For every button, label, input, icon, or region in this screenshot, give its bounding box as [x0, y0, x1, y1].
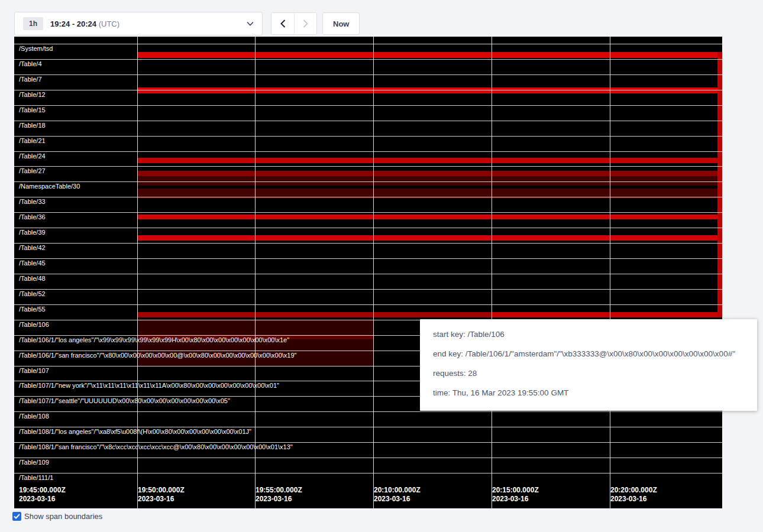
heat-band[interactable]: [492, 312, 722, 317]
span-boundary-line: [14, 458, 722, 458]
span-key-label: /Table/18: [19, 122, 46, 129]
chevron-down-icon: [247, 21, 254, 26]
span-boundary-line: [14, 274, 722, 274]
span-boundary-line: [14, 197, 722, 197]
time-gridline: [373, 37, 374, 508]
time-range-text: 19:24 - 20:24 (UTC): [50, 20, 119, 28]
span-key-label: /Table/45: [19, 259, 46, 267]
span-boundary-line: [14, 151, 722, 152]
span-boundary-line: [14, 166, 722, 167]
span-boundary-line: [14, 258, 722, 259]
time-tick-label: 20:10:00.000Z2023-03-16: [374, 486, 421, 504]
span-boundary-line: [14, 427, 722, 427]
time-tick-label: 19:50:00.000Z2023-03-16: [138, 486, 185, 504]
now-button[interactable]: Now: [322, 12, 360, 35]
span-tooltip: start key: /Table/106 end key: /Table/10…: [420, 319, 757, 411]
span-key-label: /Table/108/1/"san francisco"/"\x8c\xcc\x…: [19, 443, 293, 450]
heat-band[interactable]: [137, 215, 722, 219]
span-boundary-line: [14, 121, 722, 121]
span-boundary-line: [14, 90, 722, 90]
time-range-dropdown[interactable]: 1h 19:24 - 20:24 (UTC): [14, 12, 263, 35]
span-key-label: /Table/52: [19, 290, 46, 297]
prev-time-window-button[interactable]: [271, 13, 294, 34]
span-key-label: /Table/108/1/"los angeles"/"\xa8\xf5\u00…: [19, 428, 251, 435]
check-icon: [14, 514, 20, 519]
time-tick-label: 20:15:00.000Z2023-03-16: [492, 486, 539, 504]
span-key-label: /Table/48: [19, 275, 46, 282]
time-range-preset-badge: 1h: [23, 17, 43, 30]
time-gridline: [492, 37, 492, 508]
span-key-label: /Table/106/1/"los angeles"/"\x99\x99\x99…: [19, 336, 289, 343]
show-span-boundaries-label: Show span boundaries: [24, 512, 102, 521]
show-span-boundaries-checkbox[interactable]: [12, 512, 21, 521]
span-boundary-line: [14, 243, 722, 244]
span-key-label: /Table/33: [19, 198, 46, 205]
span-key-label: /Table/42: [19, 244, 46, 251]
span-boundary-line: [14, 473, 722, 473]
key-visualizer-canvas[interactable]: /System/tsd/Table/4/Table/7/Table/12/Tab…: [14, 37, 722, 508]
time-window-nav: [271, 12, 317, 35]
span-boundary-line: [14, 228, 722, 228]
span-key-label: /Table/107: [19, 367, 49, 374]
span-key-label: /System/tsd: [19, 45, 53, 52]
span-boundary-line: [14, 44, 722, 44]
tooltip-start-key: start key: /Table/106: [433, 329, 744, 340]
next-time-window-button[interactable]: [294, 13, 316, 34]
time-range-timezone: (UTC): [99, 20, 119, 28]
span-key-label: /Table/36: [19, 213, 46, 220]
span-boundary-line: [14, 105, 722, 106]
span-key-label: /Table/108: [19, 413, 49, 420]
span-key-label: /Table/4: [19, 60, 42, 67]
span-boundary-line: [14, 74, 722, 75]
span-key-label: /Table/27: [19, 167, 46, 174]
heat-band[interactable]: [137, 158, 722, 163]
span-key-label: /Table/107/1/"new york"/"\x11\x11\x11\x1…: [19, 382, 279, 389]
span-boundary-line: [14, 411, 722, 412]
key-visualizer-page: 1h 19:24 - 20:24 (UTC) Now /System/tsd/T…: [0, 0, 763, 532]
span-key-label: /Table/15: [19, 106, 46, 113]
span-boundary-line: [14, 181, 722, 182]
span-key-label: /Table/106: [19, 321, 49, 328]
span-key-label: /Table/12: [19, 91, 46, 98]
span-boundary-line: [14, 289, 722, 290]
chevron-left-icon: [280, 20, 286, 28]
span-key-label: /Table/39: [19, 229, 46, 236]
span-boundary-line: [14, 212, 722, 213]
span-boundary-line: [14, 442, 722, 443]
span-key-label: /Table/55: [19, 306, 46, 313]
time-tick-label: 19:45:00.000Z2023-03-16: [19, 486, 66, 504]
span-key-label: /Table/107/1/"seattle"/"UUUUUUD\x00\x80\…: [19, 397, 230, 404]
time-gridline: [137, 37, 138, 508]
span-key-label: /Table/24: [19, 153, 46, 160]
time-tick-label: 19:55:00.000Z2023-03-16: [256, 486, 302, 504]
heat-band[interactable]: [717, 52, 722, 317]
heat-band[interactable]: [137, 235, 722, 241]
span-key-label: /Table/111/1: [19, 474, 53, 481]
heat-band[interactable]: [137, 52, 722, 58]
heat-band[interactable]: [137, 176, 722, 186]
span-key-label: /NamespaceTable/30: [19, 183, 80, 190]
span-boundary-line: [14, 304, 722, 305]
span-key-label: /Table/106/1/"san francisco"/"\x80\x00\x…: [19, 352, 297, 359]
time-tick-label: 20:20:00.000Z2023-03-16: [610, 486, 657, 504]
span-boundaries-control[interactable]: Show span boundaries: [12, 512, 102, 521]
tooltip-requests: requests: 28: [433, 368, 744, 379]
heat-band[interactable]: [137, 171, 722, 176]
time-gridline: [255, 37, 256, 508]
span-key-label: /Table/21: [19, 137, 46, 144]
span-key-label: /Table/7: [19, 76, 42, 83]
span-key-label: /Table/109: [19, 459, 49, 466]
span-boundary-line: [14, 136, 722, 137]
chevron-right-icon: [303, 20, 308, 28]
heat-band[interactable]: [137, 87, 722, 93]
span-boundary-line: [14, 59, 722, 60]
tooltip-time: time: Thu, 16 Mar 2023 19:55:00 GMT: [433, 387, 744, 399]
time-range-value: 19:24 - 20:24: [50, 20, 96, 28]
time-gridline: [610, 37, 610, 508]
tooltip-end-key: end key: /Table/106/1/"amsterdam"/"\xb33…: [433, 348, 744, 360]
